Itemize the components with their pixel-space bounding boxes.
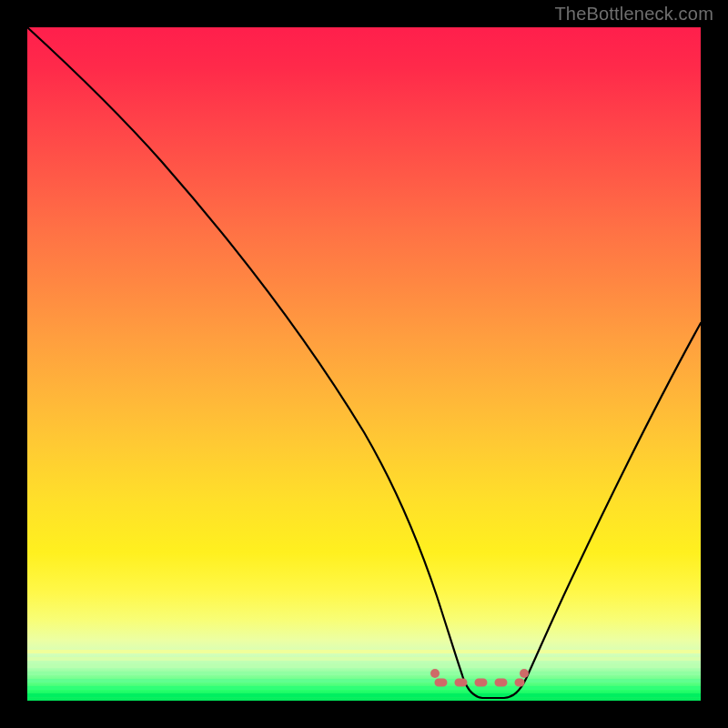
attribution-text: TheBottleneck.com <box>554 4 713 25</box>
curve-layer <box>27 27 701 701</box>
chart-root: TheBottleneck.com <box>0 0 728 728</box>
plot-area <box>27 27 701 701</box>
optimal-range-start-dot <box>430 669 440 678</box>
optimal-range-end-dot <box>520 669 529 678</box>
bottleneck-curve <box>27 27 701 698</box>
